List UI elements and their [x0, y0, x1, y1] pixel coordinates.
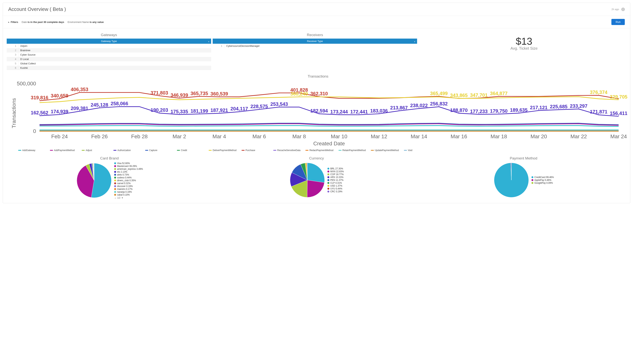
legend-item[interactable]: UpdatePaymentMethod	[371, 149, 399, 152]
legend-label: Mastercard 39.29%	[117, 165, 137, 168]
legend-item[interactable]: Void	[404, 149, 431, 152]
legend-item[interactable]: MXN 22.83%	[327, 170, 344, 173]
legend-item[interactable]: Adjust	[82, 149, 108, 152]
legend-dot	[114, 180, 116, 182]
legend-item[interactable]: sodexo 0.44%	[114, 176, 143, 179]
legend-item[interactable]: naranja 0.16%	[114, 190, 143, 193]
legend-item[interactable]: USD 1.37%	[327, 184, 344, 187]
legend-item[interactable]: carnet 0.32%	[114, 182, 143, 185]
card-brand-pie-chart[interactable]	[76, 162, 112, 198]
legend-item[interactable]: BRL 27.30%	[327, 167, 344, 170]
legend-item[interactable]: elo 2.13%	[114, 170, 143, 173]
run-button[interactable]: Run	[611, 19, 625, 25]
card-brand-pager[interactable]: ▲1/2▼	[114, 196, 143, 199]
legend-item[interactable]: diners_club 0.35%	[114, 179, 143, 182]
legend-item[interactable]: CLP 4.31%	[327, 182, 344, 184]
legend-item[interactable]: UYU 0.44%	[327, 187, 344, 190]
legend-label: UpdatePaymentMethod	[375, 149, 399, 152]
legend-dot	[327, 170, 329, 172]
legend-item[interactable]: cabal 0.10%	[114, 194, 143, 196]
legend-item[interactable]: AddGateway	[18, 149, 45, 152]
legend-label: carnet 0.32%	[117, 182, 131, 185]
legend-item[interactable]: ARS 13.33%	[327, 176, 344, 178]
legend-item[interactable]: RetainPaymentMethod	[338, 149, 366, 152]
legend-dot	[327, 182, 329, 184]
legend-item[interactable]: Purchase	[242, 149, 268, 152]
legend-label: AddPaymentMethod	[54, 149, 75, 152]
legend-item[interactable]: Visa 52.60%	[114, 162, 143, 164]
legend-dot	[114, 168, 116, 170]
legend-item[interactable]: AddPaymentMethod	[50, 149, 77, 152]
chevron-right-icon[interactable]: ▸	[8, 21, 10, 24]
currency-pie-chart[interactable]	[289, 162, 325, 198]
legend-label: COP 18.77%	[330, 173, 344, 176]
row-value: Adyen	[18, 44, 211, 48]
svg-text:Mar 10: Mar 10	[331, 134, 347, 140]
table-row[interactable]: 5Global Collect	[7, 61, 211, 66]
legend-item[interactable]: Authorization	[113, 149, 140, 152]
legend-swatch	[50, 150, 53, 151]
gateways-column-header[interactable]: Gateway Type▴	[7, 38, 211, 44]
svg-text:0: 0	[33, 128, 36, 134]
svg-text:172,441: 172,441	[350, 109, 368, 114]
filter-environment[interactable]: Environment Name is any value	[68, 21, 104, 24]
filters-label[interactable]: Filters	[11, 21, 18, 24]
legend-swatch	[404, 150, 407, 151]
row-index: 1	[7, 44, 18, 48]
table-row[interactable]: 3Cyber Source	[7, 52, 211, 57]
legend-item[interactable]: Capture	[145, 149, 172, 152]
transactions-panel: Transactions 0500,000TransactionsFeb 24F…	[7, 72, 629, 154]
legend-label: sodexo 0.44%	[117, 176, 132, 179]
legend-label: diners_club 0.35%	[117, 179, 136, 182]
pager-prev-icon[interactable]: ▲	[114, 196, 116, 199]
svg-text:258,066: 258,066	[111, 101, 128, 106]
legend-label: PEN 11.37%	[330, 179, 343, 182]
svg-text:Mar 22: Mar 22	[570, 134, 587, 140]
legend-item[interactable]: maestro 0.17%	[114, 188, 143, 190]
legend-item[interactable]: PEN 11.37%	[327, 179, 344, 182]
table-row[interactable]: 4D Local	[7, 57, 211, 61]
legend-label: discover 0.19%	[117, 185, 133, 188]
legend-item[interactable]: CRC 0.29%	[327, 190, 344, 193]
legend-item[interactable]: COP 18.77%	[327, 173, 344, 176]
row-index: 3	[7, 52, 18, 57]
svg-text:204,117: 204,117	[231, 106, 248, 111]
receivers-table: Receiver Type▴ 1CybersourceDecisionManag…	[213, 38, 417, 48]
legend-item[interactable]: alelo 0.73%	[114, 174, 143, 176]
gear-icon[interactable]	[621, 8, 625, 11]
svg-text:Mar 12: Mar 12	[371, 134, 387, 140]
card-brand-title: Card Brand	[7, 154, 212, 162]
row-index: 4	[7, 57, 18, 61]
legend-item[interactable]: discover 0.19%	[114, 185, 143, 188]
currency-legend: BRL 27.30%MXN 22.83%COP 18.77%ARS 13.33%…	[327, 167, 344, 193]
svg-text:181,199: 181,199	[190, 108, 208, 114]
kpi-value: $13	[419, 36, 629, 47]
legend-item[interactable]: ApplePay 0.46%	[531, 179, 554, 182]
page-header: Account Overview ( Beta ) 2h ago	[3, 3, 630, 14]
row-index: 1	[213, 44, 224, 48]
legend-label: CLP 4.31%	[330, 182, 342, 184]
payment-method-pie-chart[interactable]	[493, 162, 530, 198]
row-value: Braintree	[18, 48, 211, 52]
row-value: D Local	[18, 57, 211, 61]
svg-text:253,543: 253,543	[270, 102, 288, 107]
pager-next-icon[interactable]: ▼	[121, 196, 124, 199]
payment-method-panel: Payment Method CreditCard 99.46%ApplePay…	[421, 154, 626, 199]
legend-dot	[327, 168, 329, 170]
table-row[interactable]: 1CybersourceDecisionManager	[213, 44, 417, 48]
table-row[interactable]: 6Kushki	[7, 66, 211, 70]
table-row[interactable]: 1Adyen	[7, 44, 211, 48]
legend-item[interactable]: Mastercard 39.29%	[114, 165, 143, 168]
legend-item[interactable]: DeliverPaymentMethod	[209, 149, 237, 152]
transactions-line-chart[interactable]: 0500,000TransactionsFeb 24Feb 26Feb 28Ma…	[9, 80, 627, 146]
table-row[interactable]: 2Braintree	[7, 48, 211, 52]
legend-item[interactable]: GooglePay 0.09%	[531, 182, 554, 184]
legend-item[interactable]: Credit	[177, 149, 204, 152]
legend-item[interactable]: american_express 3.49%	[114, 168, 143, 170]
legend-item[interactable]: CreditCard 99.46%	[531, 176, 554, 178]
legend-item[interactable]: RedactPaymentMethod	[305, 149, 333, 152]
legend-item[interactable]: RecacheSensitiveData	[273, 149, 300, 152]
filter-date[interactable]: Date is in the past 30 complete days	[22, 21, 64, 24]
legend-label: maestro 0.17%	[117, 188, 132, 190]
receivers-column-header[interactable]: Receiver Type▴	[213, 38, 417, 44]
